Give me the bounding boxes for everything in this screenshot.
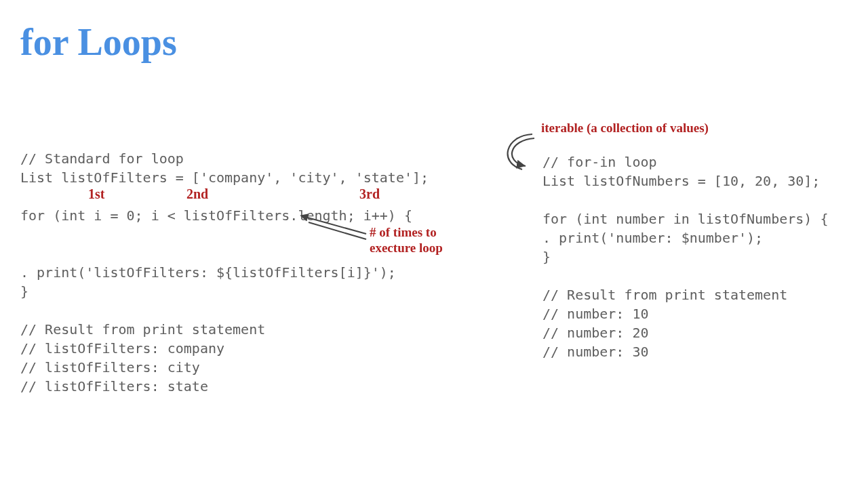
annotation-times-line2: execture loop (370, 241, 443, 256)
annotation-iterable: iterable (a collection of values) (541, 121, 709, 136)
curved-arrow-to-iterable-icon (495, 129, 549, 183)
arrow-to-length-icon (292, 214, 373, 247)
annotation-second: 2nd (186, 186, 208, 202)
annotation-first: 1st (88, 186, 104, 202)
slide-title: for Loops (20, 20, 177, 64)
slide: for Loops // Standard for loop List list… (0, 0, 868, 488)
code-block-standard-for-loop: // Standard for loop List listOfFilters … (20, 149, 461, 396)
annotation-times-line1: # of times to (370, 225, 437, 240)
annotation-third: 3rd (359, 186, 380, 202)
code-block-for-in-loop: // for-in loop List listOfNumbers = [10,… (542, 152, 848, 361)
